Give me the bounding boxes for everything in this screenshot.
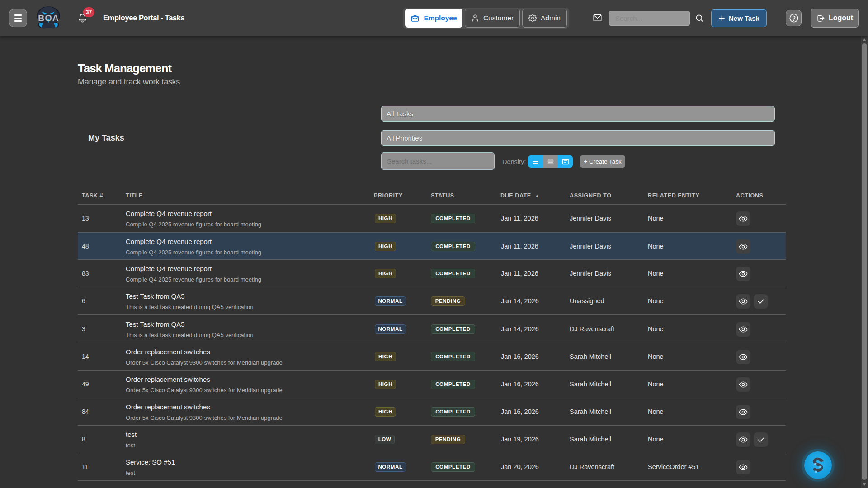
svg-text:BOA: BOA (38, 13, 59, 23)
